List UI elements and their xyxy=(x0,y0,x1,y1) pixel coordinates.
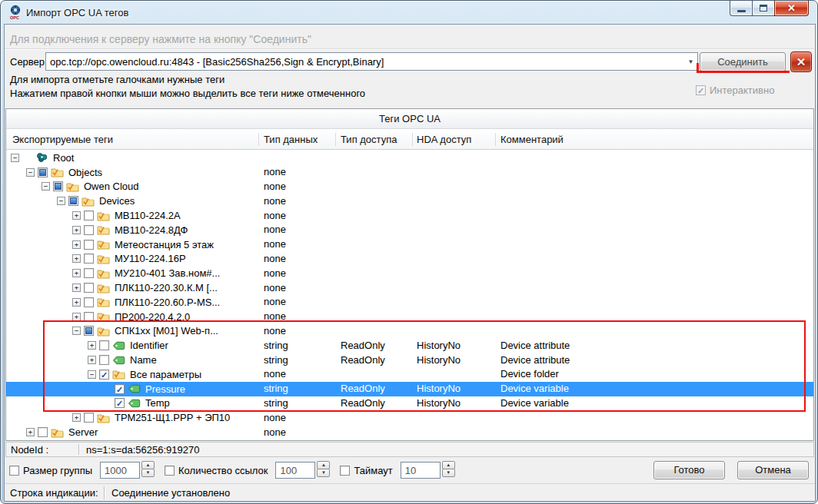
row-checkbox[interactable] xyxy=(84,297,94,307)
tree-row[interactable]: + ТРМ251-Щ1.РРР + ЭП10 none xyxy=(6,410,813,425)
server-combobox[interactable]: opc.tcp://opc.owencloud.ru:4843 - [Basic… xyxy=(45,52,698,71)
tree-row[interactable]: + МУ110-224.16Р none xyxy=(6,252,813,267)
cell-dtype: none xyxy=(264,181,286,192)
tree-row[interactable]: + ПР200-220.4.2.0 none xyxy=(6,310,813,324)
disconnect-button[interactable]: ✕ xyxy=(790,51,812,72)
expander-toggle[interactable]: + xyxy=(72,413,81,422)
ref-count-value[interactable]: 100 xyxy=(275,462,315,479)
dialog-client-area: Для подключения к серверу нажмите на кно… xyxy=(4,24,816,502)
timeout-value[interactable]: 10 xyxy=(401,462,441,479)
expander-toggle[interactable]: − xyxy=(11,154,19,162)
tree-row[interactable]: ✓ Temp string ReadOnly HistoryNo Device … xyxy=(6,396,813,411)
expander-toggle[interactable]: + xyxy=(88,356,96,364)
tree-row[interactable]: + Name string ReadOnly HistoryNo Device … xyxy=(6,353,813,367)
cell-dtype: none xyxy=(264,325,286,337)
row-checkbox[interactable] xyxy=(84,225,94,235)
row-checkbox[interactable] xyxy=(84,413,94,423)
expander-toggle[interactable]: + xyxy=(88,341,96,350)
interactive-checkbox[interactable]: ✓ xyxy=(696,85,706,95)
close-button[interactable]: ✕ xyxy=(774,1,809,16)
row-checkbox[interactable] xyxy=(84,254,94,264)
expander-toggle[interactable]: + xyxy=(72,240,81,249)
expander-toggle[interactable]: − xyxy=(88,370,96,379)
opc-root-icon xyxy=(35,152,48,163)
minimize-button[interactable] xyxy=(730,1,753,16)
timeout-stepper: 10 ▲ ▼ xyxy=(401,462,455,479)
group-size-value[interactable]: 1000 xyxy=(100,462,140,479)
tree-label: СПК1хх [M01] Web-п... xyxy=(113,325,220,337)
cell-comment: Device variable xyxy=(500,383,569,394)
chevron-down-icon[interactable]: ▼ xyxy=(684,58,697,65)
tree-label: МВ110-224.8ДФ xyxy=(113,224,190,236)
ref-count-stepper: 100 ▲ ▼ xyxy=(275,462,330,479)
cancel-button[interactable]: Отмена xyxy=(737,461,809,479)
expander-toggle[interactable]: + xyxy=(72,298,81,307)
tree-row[interactable]: + МУ210-401 Зав.ном#... none xyxy=(6,266,813,280)
row-checkbox[interactable] xyxy=(68,196,78,206)
col-header-hda[interactable]: HDA доступ xyxy=(417,129,471,150)
ref-count-checkbox[interactable] xyxy=(165,466,175,476)
row-checkbox[interactable] xyxy=(84,240,94,250)
tree-row[interactable]: − Devices none xyxy=(6,194,813,208)
expander-toggle[interactable]: + xyxy=(72,269,81,277)
tree-row[interactable]: + МВ110-224.8ДФ none xyxy=(6,223,813,237)
group-size-checkbox[interactable] xyxy=(9,466,19,476)
maximize-button[interactable] xyxy=(752,1,775,16)
tree-row[interactable]: + Identifier string ReadOnly HistoryNo D… xyxy=(6,338,813,353)
tree-row[interactable]: − Owen Cloud none xyxy=(6,180,813,194)
expander-toggle[interactable]: − xyxy=(57,197,65,205)
row-checkbox[interactable] xyxy=(53,181,63,191)
options-row: Размер группы 1000 ▲ ▼ Количество ссылок… xyxy=(9,460,809,480)
expander-toggle[interactable]: − xyxy=(72,327,81,335)
expander-toggle[interactable]: + xyxy=(72,226,81,234)
row-checkbox[interactable] xyxy=(38,167,48,177)
status-value: Соединение установлено xyxy=(111,487,230,499)
tree-row[interactable]: − СПК1хх [M01] Web-п... none xyxy=(6,324,813,339)
expander-toggle[interactable]: + xyxy=(72,211,81,220)
expander-toggle[interactable]: − xyxy=(26,168,35,177)
spin-down-icon[interactable]: ▼ xyxy=(317,469,330,477)
nodeid-bar: NodeId : ns=1:s=da:56256:919270 xyxy=(5,442,814,457)
row-checkbox[interactable] xyxy=(84,268,94,278)
row-checkbox[interactable]: ✓ xyxy=(115,398,125,408)
spin-down-icon[interactable]: ▼ xyxy=(141,469,155,477)
row-checkbox[interactable] xyxy=(99,355,109,365)
row-checkbox[interactable] xyxy=(99,340,109,350)
col-header-tags[interactable]: Экспортируемые теги xyxy=(12,129,113,150)
row-checkbox[interactable]: ✓ xyxy=(115,384,125,394)
spin-down-icon[interactable]: ▼ xyxy=(442,469,455,477)
col-header-comment[interactable]: Комментарий xyxy=(500,129,564,150)
cell-dtype: none xyxy=(264,368,286,380)
tree-label: Root xyxy=(52,152,75,164)
row-checkbox[interactable]: ✓ xyxy=(99,370,109,380)
cell-dtype: none xyxy=(264,210,286,221)
col-header-access[interactable]: Тип доступа xyxy=(341,129,397,150)
row-checkbox[interactable] xyxy=(84,283,94,293)
row-checkbox[interactable] xyxy=(84,326,94,336)
tree-row[interactable]: + ПЛК110-220.30.К.М [... none xyxy=(6,280,813,295)
cell-dtype: string xyxy=(264,383,288,394)
tree-rows: − Root − xyxy=(6,151,813,440)
column-separator xyxy=(412,133,413,146)
timeout-checkbox[interactable] xyxy=(340,466,350,476)
row-checkbox[interactable] xyxy=(38,427,48,437)
expander-toggle[interactable]: + xyxy=(72,254,81,263)
expander-toggle[interactable]: + xyxy=(72,284,81,292)
tree-row[interactable]: + ПЛК110-220.60.Р-MS... none xyxy=(6,295,813,310)
tree-row[interactable]: + Метеостанция 5 этаж none xyxy=(6,237,813,252)
expander-toggle[interactable]: − xyxy=(42,182,50,191)
tree-row[interactable]: + Server none xyxy=(6,425,813,439)
tree-row[interactable]: + МВ110-224.2А none xyxy=(6,208,813,223)
row-checkbox[interactable] xyxy=(84,312,94,322)
cell-access: ReadOnly xyxy=(341,397,385,409)
done-button[interactable]: Готово xyxy=(653,461,725,479)
titlebar[interactable]: OPC Импорт OPC UA тегов ✕ xyxy=(1,1,817,24)
tree-row[interactable]: ✓ Pressure string ReadOnly HistoryNo Dev… xyxy=(6,382,813,396)
tree-row[interactable]: − Root xyxy=(6,151,813,165)
tree-row[interactable]: − Objects none xyxy=(6,165,813,180)
tree-row[interactable]: − ✓ Все параметры none Device folder xyxy=(6,367,813,382)
row-checkbox[interactable] xyxy=(84,211,94,220)
col-header-dtype[interactable]: Тип данных xyxy=(264,129,318,150)
expander-toggle[interactable]: + xyxy=(26,428,35,436)
expander-toggle[interactable]: + xyxy=(72,313,81,321)
